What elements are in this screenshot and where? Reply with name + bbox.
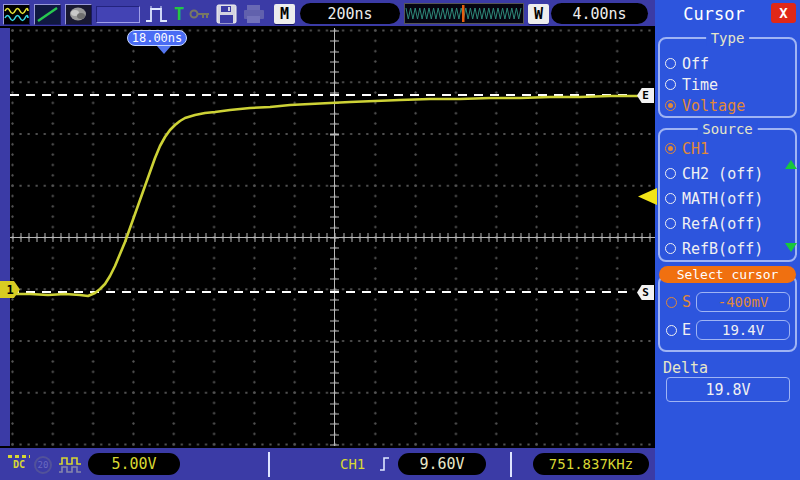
type-section-title: Type (706, 30, 750, 46)
option-voltage[interactable]: Voltage (660, 95, 795, 116)
radio-icon (665, 143, 676, 154)
hardcopy-icon[interactable] (65, 4, 92, 25)
statusbar-divider (268, 452, 270, 477)
delta-value: 19.8V (666, 377, 790, 402)
option-label: Off (682, 55, 709, 73)
toolbar-icon-row: T (3, 3, 266, 25)
ch1-waveform-trace (11, 96, 645, 296)
save-icon[interactable] (216, 4, 238, 24)
radio-icon (666, 325, 677, 336)
option-label: Voltage (682, 97, 745, 115)
single-pulse-icon[interactable] (144, 4, 170, 25)
key-lock-icon[interactable] (188, 4, 212, 24)
radio-icon (665, 79, 676, 90)
trigger-source-label: CH1 (340, 456, 365, 472)
radio-icon (665, 218, 676, 229)
main-timebase-readout: 200ns (300, 3, 400, 24)
panel-title: Cursor (655, 4, 773, 24)
waveform-preview-bar[interactable] (404, 3, 524, 24)
option-refb-off[interactable]: RefB(off) (660, 238, 795, 259)
window-timebase-readout: 4.00ns (551, 3, 648, 24)
radio-icon (666, 297, 677, 308)
cursor-s-value: -400mV (696, 292, 790, 312)
ch1-scale-readout: 5.00V (88, 453, 180, 475)
utility-line-icon[interactable] (34, 4, 61, 25)
option-math-off[interactable]: MATH(off) (660, 188, 795, 209)
preview-trigger-marker (462, 5, 465, 22)
radio-icon (665, 243, 676, 254)
cursor-e-label: E (682, 321, 691, 339)
option-label: CH1 (682, 140, 709, 158)
radio-icon (665, 100, 676, 111)
utility-line-glyph (35, 5, 60, 24)
bandwidth-limit-icon[interactable]: 20 (34, 456, 52, 474)
message-box (96, 6, 140, 23)
option-ch2-off[interactable]: CH2 (off) (660, 163, 795, 184)
type-option-list: OffTimeVoltage (660, 39, 795, 116)
option-label: MATH(off) (682, 190, 763, 208)
coupling-dc-icon[interactable]: DC (8, 455, 30, 470)
option-label: Time (682, 76, 718, 94)
status-bar: DC 20 5.00V CH1 9.60V 751.837KHz (0, 446, 655, 480)
invert-wave-icon[interactable] (58, 456, 84, 474)
option-ch1[interactable]: CH1 (660, 138, 795, 159)
statusbar-divider (510, 452, 512, 477)
print-icon[interactable] (242, 4, 266, 24)
select-cursor-header: Select cursor (659, 266, 796, 283)
trigger-frequency-readout: 751.837KHz (533, 453, 649, 475)
option-off[interactable]: Off (660, 53, 795, 74)
source-section: Source CH1CH2 (off)MATH(off)RefA(off)Ref… (658, 128, 797, 262)
trigger-position-pointer-icon (157, 46, 171, 54)
option-label: RefA(off) (682, 215, 763, 233)
radio-icon (665, 193, 676, 204)
option-time[interactable]: Time (660, 74, 795, 95)
main-timebase-m-label: M (274, 4, 295, 24)
option-label: RefB(off) (682, 240, 763, 258)
trigger-level-readout: 9.60V (398, 453, 486, 475)
coupling-label: DC (13, 459, 25, 470)
cursor-s-row[interactable]: S -400mV (660, 291, 795, 313)
oscilloscope-screen: { "toolbar": { "m_label": "M", "main_tim… (0, 0, 800, 480)
cursor-s-label: S (682, 293, 691, 311)
cursor-e-row[interactable]: E 19.4V (660, 319, 795, 341)
select-cursor-section: S -400mV E 19.4V (658, 275, 797, 352)
radio-icon (665, 168, 676, 179)
trigger-position-tag[interactable]: 18.00ns (127, 30, 187, 46)
window-timebase-w-label: W (528, 4, 549, 24)
channels-waveform-glyph (4, 5, 29, 24)
option-label: CH2 (off) (682, 165, 763, 183)
source-option-list: CH1CH2 (off)MATH(off)RefA(off)RefB(off) (660, 130, 795, 259)
channels-waveform-icon[interactable] (3, 4, 30, 25)
scope-display: E S 18.00ns (10, 28, 655, 447)
coupling-dash-icon (8, 455, 30, 458)
hardcopy-glyph (66, 5, 91, 24)
option-refa-off[interactable]: RefA(off) (660, 213, 795, 234)
rising-edge-icon (378, 454, 394, 474)
delta-label: Delta (663, 359, 708, 377)
type-section: Type OffTimeVoltage (658, 37, 797, 118)
radio-icon (665, 58, 676, 69)
scroll-up-icon[interactable] (785, 160, 797, 169)
waveform-svg (10, 28, 655, 447)
cursor-menu-panel: Cursor X Type OffTimeVoltage Source CH1C… (655, 0, 800, 480)
top-toolbar: T M 200ns W 4.00ns (0, 0, 655, 28)
scroll-down-icon[interactable] (785, 243, 797, 252)
cursor-e-value: 19.4V (696, 320, 790, 340)
source-section-title: Source (697, 121, 758, 137)
trigger-t-icon[interactable]: T (174, 4, 184, 24)
close-icon[interactable]: X (771, 3, 796, 23)
